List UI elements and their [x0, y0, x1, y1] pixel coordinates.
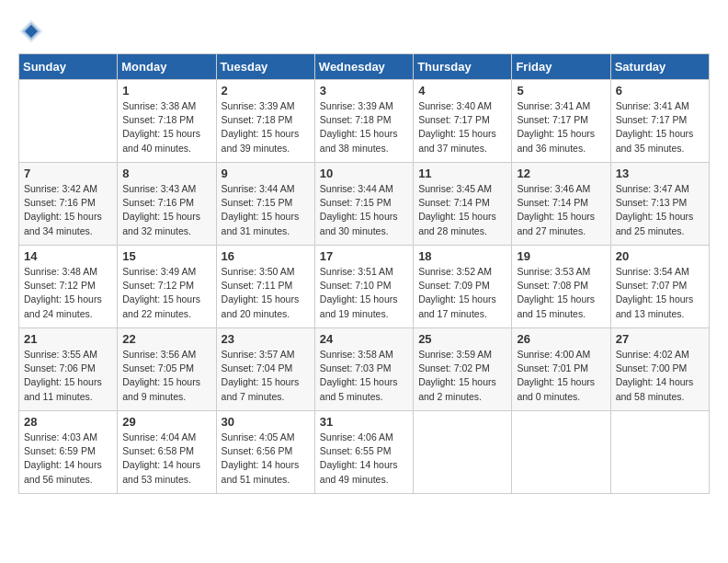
daylight-text: Daylight: 14 hours — [320, 458, 408, 472]
day-number: 2 — [222, 84, 310, 98]
sunset-text: Sunset: 7:14 PM — [418, 196, 506, 210]
week-row-2: 7Sunrise: 3:42 AMSunset: 7:16 PMDaylight… — [19, 163, 710, 246]
sunrise-text: Sunrise: 3:41 AM — [616, 99, 704, 113]
sunset-text: Sunset: 7:09 PM — [418, 279, 506, 293]
daylight-text: Daylight: 15 hours — [320, 127, 408, 141]
sunrise-text: Sunrise: 3:55 AM — [24, 348, 112, 362]
day-number: 18 — [418, 249, 506, 263]
calendar-cell: 17Sunrise: 3:51 AMSunset: 7:10 PMDayligh… — [314, 246, 413, 328]
daylight-minutes: and 13 minutes. — [616, 307, 704, 321]
sunset-text: Sunset: 7:17 PM — [418, 113, 506, 127]
page-header — [18, 18, 710, 44]
daylight-minutes: and 30 minutes. — [320, 224, 408, 238]
sunrise-text: Sunrise: 4:04 AM — [122, 431, 210, 444]
calendar-cell: 16Sunrise: 3:50 AMSunset: 7:11 PMDayligh… — [216, 246, 314, 328]
calendar-cell: 6Sunrise: 3:41 AMSunset: 7:17 PMDaylight… — [610, 80, 709, 163]
daylight-text: Daylight: 15 hours — [418, 293, 506, 306]
sunrise-text: Sunrise: 4:03 AM — [24, 431, 112, 444]
daylight-minutes: and 20 minutes. — [222, 307, 310, 321]
day-number: 26 — [517, 332, 605, 346]
sunrise-text: Sunrise: 3:47 AM — [616, 182, 704, 196]
logo-icon — [18, 18, 44, 44]
sunset-text: Sunset: 6:56 PM — [222, 444, 310, 458]
daylight-minutes: and 38 minutes. — [320, 142, 408, 155]
sunset-text: Sunset: 7:18 PM — [222, 113, 310, 127]
sunset-text: Sunset: 7:06 PM — [24, 362, 112, 375]
day-number: 15 — [122, 249, 210, 263]
sunset-text: Sunset: 7:15 PM — [222, 196, 310, 210]
daylight-minutes: and 24 minutes. — [24, 307, 112, 321]
day-number: 21 — [24, 332, 112, 346]
daylight-minutes: and 9 minutes. — [122, 390, 210, 404]
sunrise-text: Sunrise: 3:56 AM — [122, 348, 210, 362]
sunset-text: Sunset: 7:03 PM — [320, 362, 408, 375]
daylight-text: Daylight: 15 hours — [418, 127, 506, 141]
sunset-text: Sunset: 7:18 PM — [320, 113, 408, 127]
calendar-cell — [414, 411, 512, 494]
calendar-cell: 8Sunrise: 3:43 AMSunset: 7:16 PMDaylight… — [118, 163, 216, 246]
calendar-cell: 4Sunrise: 3:40 AMSunset: 7:17 PMDaylight… — [414, 80, 512, 163]
calendar-cell: 2Sunrise: 3:39 AMSunset: 7:18 PMDaylight… — [216, 80, 314, 163]
daylight-minutes: and 49 minutes. — [320, 473, 408, 487]
daylight-text: Daylight: 15 hours — [24, 210, 112, 224]
sunset-text: Sunset: 7:00 PM — [616, 362, 704, 375]
daylight-text: Daylight: 15 hours — [418, 375, 506, 389]
daylight-minutes: and 35 minutes. — [616, 142, 704, 155]
sunrise-text: Sunrise: 4:06 AM — [320, 431, 408, 444]
day-number: 22 — [122, 332, 210, 346]
daylight-minutes: and 53 minutes. — [122, 473, 210, 487]
calendar-cell: 30Sunrise: 4:05 AMSunset: 6:56 PMDayligh… — [216, 411, 314, 494]
calendar-cell — [512, 411, 610, 494]
week-row-5: 28Sunrise: 4:03 AMSunset: 6:59 PMDayligh… — [19, 411, 710, 494]
calendar-cell: 15Sunrise: 3:49 AMSunset: 7:12 PMDayligh… — [118, 246, 216, 328]
calendar-cell: 24Sunrise: 3:58 AMSunset: 7:03 PMDayligh… — [314, 328, 413, 411]
day-number: 30 — [222, 415, 310, 429]
daylight-minutes: and 58 minutes. — [616, 390, 704, 404]
calendar-cell: 31Sunrise: 4:06 AMSunset: 6:55 PMDayligh… — [314, 411, 413, 494]
calendar-cell: 27Sunrise: 4:02 AMSunset: 7:00 PMDayligh… — [610, 328, 709, 411]
sunrise-text: Sunrise: 3:50 AM — [222, 265, 310, 279]
sunset-text: Sunset: 7:17 PM — [517, 113, 605, 127]
sunset-text: Sunset: 7:12 PM — [122, 279, 210, 293]
daylight-minutes: and 7 minutes. — [222, 390, 310, 404]
sunrise-text: Sunrise: 3:38 AM — [122, 99, 210, 113]
daylight-text: Daylight: 14 hours — [122, 458, 210, 472]
day-number: 4 — [418, 84, 506, 98]
daylight-minutes: and 51 minutes. — [222, 473, 310, 487]
day-number: 10 — [320, 167, 408, 180]
sunset-text: Sunset: 6:58 PM — [122, 444, 210, 458]
sunrise-text: Sunrise: 3:48 AM — [24, 265, 112, 279]
calendar-cell: 11Sunrise: 3:45 AMSunset: 7:14 PMDayligh… — [414, 163, 512, 246]
daylight-text: Daylight: 15 hours — [517, 375, 605, 389]
daylight-minutes: and 28 minutes. — [418, 224, 506, 238]
day-number: 3 — [320, 84, 408, 98]
daylight-minutes: and 36 minutes. — [517, 142, 605, 155]
day-number: 25 — [418, 332, 506, 346]
sunrise-text: Sunrise: 3:43 AM — [122, 182, 210, 196]
sunset-text: Sunset: 6:59 PM — [24, 444, 112, 458]
calendar-cell: 9Sunrise: 3:44 AMSunset: 7:15 PMDaylight… — [216, 163, 314, 246]
sunrise-text: Sunrise: 4:00 AM — [517, 348, 605, 362]
day-number: 16 — [222, 249, 310, 263]
calendar-cell: 29Sunrise: 4:04 AMSunset: 6:58 PMDayligh… — [118, 411, 216, 494]
sunrise-text: Sunrise: 4:02 AM — [616, 348, 704, 362]
daylight-text: Daylight: 15 hours — [517, 127, 605, 141]
sunrise-text: Sunrise: 3:53 AM — [517, 265, 605, 279]
daylight-text: Daylight: 15 hours — [222, 127, 310, 141]
sunset-text: Sunset: 7:05 PM — [122, 362, 210, 375]
daylight-text: Daylight: 15 hours — [517, 293, 605, 306]
daylight-text: Daylight: 15 hours — [320, 210, 408, 224]
daylight-text: Daylight: 15 hours — [24, 375, 112, 389]
calendar-cell: 22Sunrise: 3:56 AMSunset: 7:05 PMDayligh… — [118, 328, 216, 411]
sunset-text: Sunset: 7:16 PM — [24, 196, 112, 210]
calendar-cell: 3Sunrise: 3:39 AMSunset: 7:18 PMDaylight… — [314, 80, 413, 163]
daylight-text: Daylight: 15 hours — [122, 293, 210, 306]
day-number: 7 — [24, 167, 112, 180]
day-number: 14 — [24, 249, 112, 263]
sunset-text: Sunset: 7:07 PM — [616, 279, 704, 293]
daylight-text: Daylight: 15 hours — [222, 293, 310, 306]
sunrise-text: Sunrise: 3:46 AM — [517, 182, 605, 196]
sunrise-text: Sunrise: 3:42 AM — [24, 182, 112, 196]
calendar-cell: 21Sunrise: 3:55 AMSunset: 7:06 PMDayligh… — [19, 328, 118, 411]
sunset-text: Sunset: 7:04 PM — [222, 362, 310, 375]
